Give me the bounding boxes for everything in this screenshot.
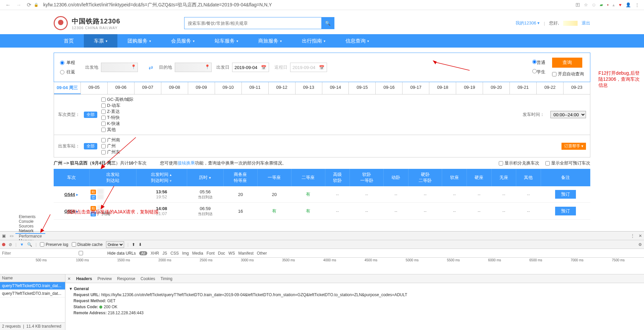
book-button[interactable]: 预订 <box>555 190 576 199</box>
heart-icon[interactable]: ♥ <box>619 2 622 7</box>
site-header: 中国铁路12306 12306 CHINA RAILWAY 🔍 我的12306 … <box>0 10 644 34</box>
col-header[interactable]: 高级软卧 <box>325 169 350 186</box>
nav-home[interactable]: 首页 <box>54 34 84 48</box>
auto-query-check[interactable]: 开启自动查询 <box>552 71 584 77</box>
points-check[interactable]: 显示积分兑换车次 <box>499 160 539 166</box>
col-header[interactable]: 无座 <box>491 169 516 186</box>
date-tab[interactable]: 09-09 <box>188 82 215 94</box>
logo[interactable]: 中国铁路12306 12306 CHINA RAILWAY <box>54 16 120 30</box>
nav-tickets[interactable]: 车票▾ <box>84 34 117 48</box>
date-tab[interactable]: 09-11 <box>242 82 269 94</box>
station-check[interactable]: 广州南 <box>101 137 120 143</box>
type-check[interactable]: GC-高铁/城际 <box>101 96 133 103</box>
date-tab[interactable]: 09-05 <box>81 82 108 94</box>
col-header[interactable]: 二等座 <box>291 169 325 186</box>
type-check[interactable]: 其他 <box>101 127 133 133</box>
calendar-icon[interactable]: 📅 <box>319 65 324 70</box>
from-input[interactable]: 📍 <box>101 63 138 72</box>
nav-business[interactable]: 商旅服务▾ <box>248 34 292 48</box>
date-tab[interactable]: 09-07 <box>135 82 161 94</box>
col-header[interactable]: 其他 <box>516 169 541 186</box>
col-header[interactable]: 商务座特等座 <box>223 169 257 186</box>
reload-button[interactable]: ⟳ <box>24 2 34 8</box>
bookable-check[interactable]: 显示全部可预订车次 <box>545 160 590 166</box>
logo-icon <box>54 16 68 30</box>
train-number[interactable]: G554 <box>64 209 75 214</box>
tag-all[interactable]: 全部 <box>84 143 97 149</box>
oneway-radio[interactable]: 单程 <box>60 60 75 66</box>
date-tab[interactable]: 09-14 <box>322 82 349 94</box>
date-tab[interactable]: 09-20 <box>483 82 510 94</box>
col-header[interactable]: 出发站到达站 <box>89 169 136 186</box>
query-button[interactable]: 查询 <box>552 58 582 68</box>
back-button[interactable]: ← <box>3 2 13 8</box>
col-header[interactable]: 硬座 <box>467 169 492 186</box>
type-check[interactable]: T-特快 <box>101 115 133 121</box>
date-tab[interactable]: 09-08 <box>161 82 188 94</box>
transfer-link[interactable]: 接续换乘 <box>177 160 195 166</box>
ext-icon[interactable]: ⊙ <box>592 2 596 7</box>
round-radio[interactable]: 往返 <box>60 69 75 75</box>
to-input[interactable]: 📍 <box>175 63 212 72</box>
col-header[interactable]: 动卧 <box>384 169 409 186</box>
date-tab[interactable]: 09-23 <box>564 82 590 94</box>
devtools-tab-elements[interactable]: Elements <box>15 214 45 219</box>
route-info: 广州 --> 驻马店西（9月4日 周三）共计10个车次 您可使用接续换乘功能，查… <box>54 160 590 166</box>
tag-all[interactable]: 全部 <box>84 112 97 118</box>
nav-member[interactable]: 会员服务▾ <box>161 34 205 48</box>
ext-icon-3[interactable]: ▴ <box>612 2 615 7</box>
nav-info[interactable]: 信息查询▾ <box>335 34 379 48</box>
station-check[interactable]: 广州东 <box>101 149 120 155</box>
student-radio[interactable]: 学生 <box>532 69 545 75</box>
type-check[interactable]: D-动车 <box>101 103 133 109</box>
col-header[interactable]: 软卧一等卧 <box>350 169 384 186</box>
address-bar[interactable]: kyfw.12306.cn/otn/leftTicket/init?linkty… <box>41 2 576 8</box>
station-check[interactable]: 广州 <box>101 143 120 149</box>
nav-station[interactable]: 站车服务▾ <box>205 34 248 48</box>
col-header[interactable]: 一等座 <box>257 169 291 186</box>
col-header[interactable]: 硬卧二等卧 <box>408 169 442 186</box>
date-tab[interactable]: 09-18 <box>429 82 456 94</box>
type-check[interactable]: Z-直达 <box>101 109 133 115</box>
date-tab[interactable]: 09-04 周三 <box>54 82 81 94</box>
search-input[interactable] <box>184 17 322 29</box>
date-tab[interactable]: 09-10 <box>215 82 242 94</box>
my12306-link[interactable]: 我的12306 ▾ <box>516 20 540 26</box>
col-header[interactable]: 备注 <box>541 169 590 186</box>
ext-icon-2[interactable]: ▰ <box>600 2 603 7</box>
train-number[interactable]: G544 <box>64 192 75 197</box>
logout-link[interactable]: 退出 <box>582 20 590 26</box>
swap-icon[interactable]: ⇄ <box>149 64 153 71</box>
date-tab[interactable]: 09-15 <box>349 82 376 94</box>
date-tab[interactable]: 09-13 <box>296 82 322 94</box>
devtools-tab-console[interactable]: Console <box>15 219 45 220</box>
date-tab[interactable]: 09-12 <box>269 82 296 94</box>
key-icon[interactable]: ⚿ <box>576 2 580 7</box>
main-nav: 首页 车票▾ 团购服务▾ 会员服务▾ 站车服务▾ 商旅服务▾ 出行指南▾ 信息查… <box>0 34 644 48</box>
nav-group[interactable]: 团购服务▾ <box>117 34 161 48</box>
depart-time-select[interactable]: 00:00--24:00 <box>550 111 586 118</box>
col-header[interactable]: 历时▼ <box>187 169 223 186</box>
normal-radio[interactable]: 普通 <box>532 60 545 66</box>
profile-icon[interactable]: 👤 <box>626 2 631 7</box>
search-button[interactable]: 🔍 <box>322 17 334 29</box>
pdf-icon[interactable]: ▪ <box>607 2 609 7</box>
menu-icon[interactable]: ⋮ <box>635 2 639 7</box>
type-check[interactable]: K-快速 <box>101 121 133 127</box>
forward-button[interactable]: → <box>13 2 24 8</box>
star-icon[interactable]: ☆ <box>584 2 588 7</box>
col-header[interactable]: 软座 <box>442 169 467 186</box>
nav-guide[interactable]: 出行指南▾ <box>292 34 335 48</box>
date-tab[interactable]: 09-16 <box>376 82 402 94</box>
date-tab[interactable]: 09-19 <box>456 82 483 94</box>
date-tab[interactable]: 09-22 <box>537 82 564 94</box>
date-tab[interactable]: 09-17 <box>402 82 429 94</box>
col-header[interactable]: 出发时间▲到达时间▼ <box>136 169 187 186</box>
date-tab[interactable]: 09-21 <box>510 82 537 94</box>
date-tab[interactable]: 09-06 <box>108 82 135 94</box>
annotation-right: F12打开debug,后登陆12306，查询车次信息 <box>598 70 642 88</box>
calendar-icon[interactable]: 📅 <box>261 65 266 70</box>
col-header[interactable]: 车次 <box>54 169 89 186</box>
book-button[interactable]: 预订 <box>555 207 576 215</box>
booking-helper-button[interactable]: 订票帮手 ▾ <box>561 143 586 150</box>
